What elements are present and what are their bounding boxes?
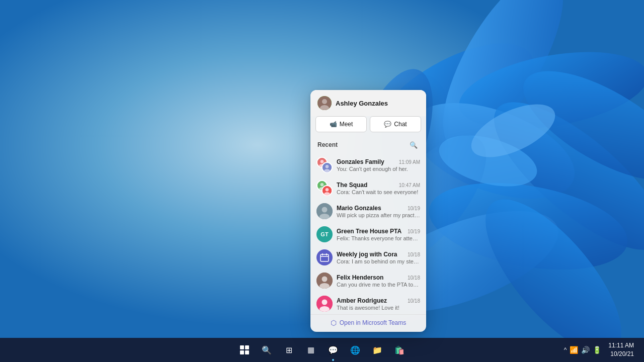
tray-icons[interactable]: ^ 📶 🔊 🔋 (564, 346, 602, 354)
avatar (316, 203, 333, 219)
panel-header: Ashley Gonzales (310, 90, 426, 116)
conversation-message: That is awesome! Love it! (337, 305, 420, 311)
conversation-time: 10:47 AM (399, 183, 420, 188)
list-item[interactable]: Felix Henderson 10/18 Can you drive me t… (310, 269, 426, 292)
conversation-name: Green Tree House PTA (337, 228, 406, 235)
recent-label: Recent (317, 141, 338, 148)
clock-date: 10/20/21 (608, 350, 634, 358)
conversation-time: 11:09 AM (399, 159, 420, 165)
chat-button[interactable]: 💬 Chat (370, 116, 421, 132)
conversation-message: You: Can't get enough of her. (337, 166, 420, 172)
widgets-icon: ▦ (307, 345, 314, 354)
svg-point-27 (326, 188, 329, 192)
chat-icon: 💬 (384, 121, 391, 128)
conversation-info: Felix Henderson 10/18 Can you drive me t… (337, 274, 420, 288)
meet-button[interactable]: 📹 Meet (315, 116, 367, 132)
conversation-list: Gonzales Family 11:09 AM You: Can't get … (310, 153, 426, 314)
list-item[interactable]: GT Green Tree House PTA 10/19 Felix: Tha… (310, 223, 426, 246)
conversation-info: Mario Gonzales 10/19 Will pick up pizza … (337, 205, 420, 218)
teams-icon: ⬡ (331, 319, 337, 327)
svg-point-12 (434, 126, 542, 196)
battery-icon[interactable]: 🔋 (593, 346, 601, 354)
chevron-up-icon[interactable]: ^ (564, 346, 567, 353)
chat-taskbar-button[interactable]: 💬 (324, 341, 342, 359)
chat-panel: Ashley Gonzales 📹 Meet 💬 Chat Recent 🔍 (310, 90, 426, 332)
avatar (316, 157, 333, 173)
wifi-icon[interactable]: 📶 (570, 346, 578, 354)
conversation-message: Will pick up pizza after my practice. (337, 212, 420, 218)
avatar: GT (316, 226, 333, 242)
conversation-name: Gonzales Family (337, 158, 397, 165)
conversation-name: Mario Gonzales (337, 205, 406, 212)
svg-point-11 (463, 179, 643, 362)
taskbar-center: 🔍 ⊞ ▦ 💬 🌐 📁 🛍️ (235, 341, 409, 359)
meet-label: Meet (340, 121, 353, 128)
store-icon: 🛍️ (394, 345, 405, 355)
svg-point-13 (464, 94, 563, 168)
open-teams-footer[interactable]: ⬡ Open in Microsoft Teams (310, 314, 426, 332)
list-item[interactable]: The Squad 10:47 AM Cora: Can't wait to s… (310, 176, 426, 200)
svg-point-28 (324, 192, 330, 196)
search-icon-button[interactable]: 🔍 (408, 139, 419, 150)
action-buttons: 📹 Meet 💬 Chat (310, 116, 426, 137)
chat-taskbar-icon: 💬 (328, 345, 338, 355)
search-button[interactable]: 🔍 (258, 341, 276, 359)
windows-logo-icon (240, 345, 249, 354)
avatar (316, 180, 333, 196)
meet-icon: 📹 (330, 121, 337, 128)
svg-point-5 (473, 79, 644, 273)
conversation-message: Can you drive me to the PTA today? (337, 282, 420, 288)
recent-header: Recent 🔍 (310, 137, 426, 153)
svg-point-2 (420, 0, 586, 166)
list-item[interactable]: Amber Rodriguez 10/18 That is awesome! L… (310, 292, 426, 314)
svg-point-7 (422, 169, 634, 283)
conversation-time: 10/18 (408, 298, 420, 304)
conversation-message: Cora: Can't wait to see everyone! (337, 189, 420, 195)
desktop: Ashley Gonzales 📹 Meet 💬 Chat Recent 🔍 (0, 0, 644, 362)
svg-point-21 (326, 165, 329, 168)
conversation-info: Green Tree House PTA 10/19 Felix: Thanks… (337, 228, 420, 241)
conversation-info: Amber Rodriguez 10/18 That is awesome! L… (337, 297, 420, 311)
conversation-message: Cora: I am so behind on my step goals. (337, 258, 420, 264)
edge-button[interactable]: 🌐 (346, 341, 364, 359)
store-button[interactable]: 🛍️ (390, 341, 409, 359)
svg-point-37 (322, 277, 328, 282)
taskbar: 🔍 ⊞ ▦ 💬 🌐 📁 🛍️ (0, 338, 644, 362)
start-button[interactable] (235, 341, 254, 359)
chat-label: Chat (394, 121, 407, 128)
avatar (316, 249, 333, 265)
list-item[interactable]: Mario Gonzales 10/19 Will pick up pizza … (310, 200, 426, 223)
header-user-name: Ashley Gonzales (336, 100, 388, 107)
search-icon: 🔍 (262, 345, 272, 355)
footer-label: Open in Microsoft Teams (340, 319, 407, 326)
clock[interactable]: 11:11 AM 10/20/21 (604, 341, 638, 358)
list-item[interactable]: Weekly jog with Cora 10/18 Cora: I am so… (310, 246, 426, 269)
avatar (316, 296, 333, 312)
svg-point-22 (324, 169, 330, 172)
svg-rect-32 (320, 254, 329, 261)
edge-icon: 🌐 (350, 345, 360, 355)
system-tray: ^ 📶 🔊 🔋 11:11 AM 10/20/21 (564, 341, 638, 358)
svg-point-3 (453, 39, 644, 142)
file-explorer-button[interactable]: 📁 (368, 341, 386, 359)
svg-point-4 (399, 84, 587, 218)
avatar (316, 273, 333, 289)
clock-time: 11:11 AM (608, 341, 634, 350)
conversation-name: Weekly jog with Cora (337, 251, 406, 258)
widgets-button[interactable]: ▦ (302, 341, 320, 359)
conversation-time: 10/18 (408, 275, 420, 281)
file-explorer-icon: 📁 (372, 345, 382, 355)
task-view-button[interactable]: ⊞ (280, 341, 298, 359)
list-item[interactable]: Gonzales Family 11:09 AM You: Can't get … (310, 153, 426, 176)
conversation-message: Felix: Thanks everyone for attending tod… (337, 235, 420, 241)
task-view-icon: ⊞ (286, 345, 292, 355)
svg-point-40 (322, 300, 328, 305)
volume-icon[interactable]: 🔊 (581, 346, 590, 354)
avatar (317, 96, 332, 110)
conversation-time: 10/19 (408, 206, 420, 211)
svg-point-15 (322, 99, 327, 104)
conversation-name: Amber Rodriguez (337, 297, 406, 304)
svg-point-30 (322, 207, 328, 213)
conversation-info: Weekly jog with Cora 10/18 Cora: I am so… (337, 251, 420, 264)
conversation-name: The Squad (337, 182, 397, 189)
